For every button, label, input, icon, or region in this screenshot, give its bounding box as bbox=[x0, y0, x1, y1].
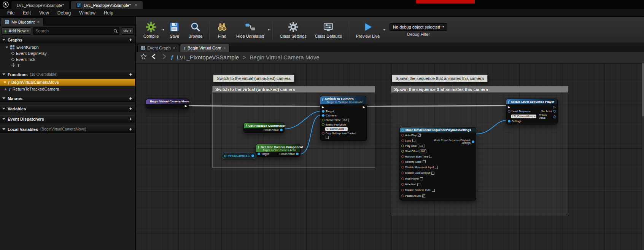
favorite-star-icon[interactable] bbox=[140, 53, 147, 61]
section-event-dispatchers[interactable]: Event Dispatchers + bbox=[0, 115, 135, 123]
bool-pin[interactable] bbox=[401, 134, 404, 137]
menu-file[interactable]: File bbox=[3, 10, 19, 16]
return-value-pin[interactable] bbox=[280, 129, 283, 131]
bool-pin[interactable] bbox=[401, 183, 404, 186]
chevron-down-icon[interactable]: ▾ bbox=[383, 28, 385, 32]
node-get-cine-camera-component[interactable]: f Get Cine Camera Component Target is Ci… bbox=[256, 144, 301, 157]
start-offset-value[interactable]: 0.0 bbox=[420, 149, 426, 153]
view-options-button[interactable]: ▾ bbox=[121, 27, 134, 35]
function-item-beginvirtualcameramove[interactable]: f BeginVirtualCameraMove bbox=[0, 79, 135, 86]
menu-view[interactable]: View bbox=[35, 10, 53, 16]
bool-pin[interactable] bbox=[401, 161, 404, 163]
exec-out-pin[interactable]: ▷ bbox=[553, 106, 556, 109]
level-sequence-pin[interactable] bbox=[508, 110, 510, 113]
close-icon[interactable]: × bbox=[37, 19, 40, 25]
exec-in-pin[interactable]: ▶ bbox=[508, 106, 510, 109]
add-function-button[interactable]: + bbox=[129, 72, 132, 77]
my-blueprint-tab[interactable]: My Blueprint × bbox=[1, 18, 44, 26]
float-pin[interactable] bbox=[401, 150, 404, 153]
tab-event-graph[interactable]: Event Graph × bbox=[137, 44, 179, 52]
back-arrow-icon[interactable] bbox=[151, 53, 157, 61]
copy-settings-pin[interactable] bbox=[322, 132, 324, 135]
node-header[interactable]: f Get Pixotope Coordinator bbox=[244, 123, 284, 128]
window-tab-level[interactable]: LVL_PixotopeVSSample* bbox=[11, 1, 70, 9]
hide-player-checkbox[interactable] bbox=[420, 177, 423, 180]
restore-state-checkbox[interactable] bbox=[423, 160, 426, 163]
output-pin[interactable] bbox=[251, 154, 254, 157]
bool-pin[interactable] bbox=[401, 166, 404, 169]
section-variables[interactable]: Variables + bbox=[0, 105, 135, 112]
breadcrumb-root[interactable]: LVL_PixotopeVSSample bbox=[177, 54, 239, 61]
node-get-pixotope-coordinator[interactable]: f Get Pixotope Coordinator Return Value bbox=[243, 123, 285, 133]
node-header[interactable]: f Get Cine Camera Component Target is Ci… bbox=[256, 144, 300, 152]
level-sequence-select[interactable]: LS_CameraMove ▾ bbox=[511, 115, 536, 118]
add-graph-button[interactable]: + bbox=[129, 37, 132, 42]
section-graphs[interactable]: Graphs + bbox=[0, 36, 135, 43]
menu-help[interactable]: Help bbox=[100, 10, 118, 16]
tree-item-event-beginplay[interactable]: Event BeginPlay bbox=[0, 50, 135, 56]
output-pin[interactable] bbox=[472, 140, 474, 143]
loop-checkbox[interactable] bbox=[412, 139, 415, 142]
compile-button[interactable]: Compile bbox=[140, 20, 162, 40]
preview-live-button[interactable]: Preview Live bbox=[352, 20, 383, 40]
bool-pin[interactable] bbox=[401, 139, 404, 142]
comment-title[interactable]: Spawn the sequence that animates this ca… bbox=[391, 86, 568, 92]
random-start-time-checkbox[interactable] bbox=[429, 155, 432, 158]
tree-item-eventgraph[interactable]: EventGraph bbox=[0, 44, 135, 50]
close-icon[interactable]: × bbox=[223, 46, 226, 50]
add-variable-button[interactable]: + bbox=[129, 106, 132, 111]
menu-window[interactable]: Window bbox=[75, 10, 100, 16]
tree-item-event-tick[interactable]: Event Tick bbox=[0, 56, 135, 62]
hide-unrelated-button[interactable]: Hide Unrelated bbox=[232, 20, 268, 40]
bool-pin[interactable] bbox=[401, 177, 404, 180]
vertical-scrollbar[interactable] bbox=[642, 63, 644, 250]
blend-time-value[interactable]: 0.0 bbox=[342, 118, 349, 122]
return-value-pin[interactable] bbox=[553, 115, 556, 118]
bool-pin[interactable] bbox=[401, 189, 404, 191]
copy-settings-checkbox[interactable] bbox=[326, 136, 329, 139]
chevron-down-icon[interactable]: ▾ bbox=[162, 28, 164, 32]
node-header[interactable]: f Switch to Camera Target is Pixotope Co… bbox=[320, 96, 367, 104]
settings-pin[interactable] bbox=[508, 120, 510, 123]
blend-function-select[interactable]: VTBlend Cubic ▾ bbox=[325, 127, 348, 131]
section-local-variables[interactable]: Local Variables (BeginVirtualCameraMove)… bbox=[0, 126, 135, 133]
disable-look-at-input-checkbox[interactable] bbox=[431, 172, 434, 175]
class-defaults-button[interactable]: Class Defaults bbox=[311, 20, 346, 40]
disable-camera-cuts-checkbox[interactable] bbox=[432, 189, 435, 192]
graph-canvas[interactable]: Switch to the virtual (untracked) camera… bbox=[136, 63, 644, 250]
target-pin[interactable] bbox=[258, 153, 260, 155]
node-create-level-sequence-player[interactable]: f Create Level Sequence Player ▶ ▷ Level… bbox=[506, 99, 558, 124]
debug-object-select[interactable]: No debug object selected ▾ bbox=[390, 23, 447, 31]
return-value-pin[interactable] bbox=[296, 153, 299, 155]
bool-pin[interactable] bbox=[401, 172, 404, 174]
exec-out-pin[interactable]: ▶ bbox=[185, 105, 187, 108]
disable-movement-input-checkbox[interactable] bbox=[435, 166, 438, 169]
node-header[interactable]: Begin Virtual Camera Move bbox=[146, 99, 189, 104]
add-macro-button[interactable]: + bbox=[129, 96, 132, 101]
node-begin-virtual-camera-move[interactable]: Begin Virtual Camera Move ▶ bbox=[146, 99, 189, 108]
node-virtual-camera-variable[interactable]: VirtualCamera 1 bbox=[222, 153, 256, 159]
out-actor-pin[interactable] bbox=[553, 110, 556, 113]
section-macros[interactable]: Macros + bbox=[0, 95, 135, 102]
node-switch-to-camera[interactable]: f Switch to Camera Target is Pixotope Co… bbox=[320, 96, 367, 141]
exec-in-pin[interactable]: ▶ bbox=[322, 106, 324, 109]
forward-arrow-icon[interactable] bbox=[161, 53, 167, 61]
comment-title[interactable]: Switch to the virtual (untracked) camera bbox=[213, 86, 375, 92]
auto-play-checkbox[interactable] bbox=[418, 134, 421, 137]
add-event-dispatcher-button[interactable]: + bbox=[129, 116, 132, 121]
play-rate-value[interactable]: 1.0 bbox=[418, 144, 425, 148]
tree-item-t[interactable]: T bbox=[0, 62, 135, 68]
close-icon[interactable]: × bbox=[173, 46, 175, 50]
menu-edit[interactable]: Edit bbox=[19, 10, 35, 16]
tab-begin-virtual-camera-move[interactable]: f Begin Virtual Cam × bbox=[180, 44, 230, 52]
chevron-down-icon[interactable]: ▾ bbox=[268, 28, 269, 32]
search-input[interactable] bbox=[33, 27, 119, 35]
save-button[interactable]: Save bbox=[165, 20, 184, 40]
class-settings-button[interactable]: Class Settings bbox=[276, 20, 310, 40]
hide-hud-checkbox[interactable] bbox=[417, 183, 420, 186]
browse-button[interactable]: Browse bbox=[184, 20, 206, 40]
node-make-playback-settings[interactable]: Make MovieSceneSequencePlaybackSettings … bbox=[399, 127, 476, 201]
target-pin[interactable] bbox=[322, 110, 324, 113]
exec-out-pin[interactable]: ▶ bbox=[363, 106, 365, 109]
close-icon[interactable]: × bbox=[135, 3, 137, 8]
